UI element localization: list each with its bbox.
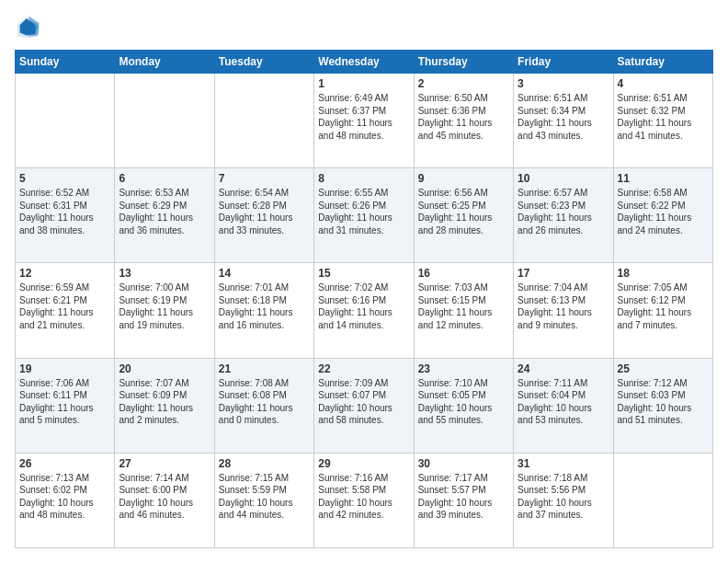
cell-info: Sunrise: 7:16 AM Sunset: 5:58 PM Dayligh…: [318, 472, 409, 522]
day-number: 30: [418, 457, 509, 470]
calendar-cell: 2Sunrise: 6:50 AM Sunset: 6:36 PM Daylig…: [414, 74, 513, 168]
calendar-cell: 20Sunrise: 7:07 AM Sunset: 6:09 PM Dayli…: [115, 358, 214, 453]
calendar-cell: 30Sunrise: 7:17 AM Sunset: 5:57 PM Dayli…: [414, 453, 513, 547]
day-number: 23: [418, 362, 509, 375]
calendar-cell: 7Sunrise: 6:54 AM Sunset: 6:28 PM Daylig…: [214, 168, 313, 263]
day-number: 26: [19, 457, 110, 470]
logo: [15, 15, 44, 40]
calendar-row-4: 26Sunrise: 7:13 AM Sunset: 6:02 PM Dayli…: [16, 453, 713, 547]
cell-info: Sunrise: 6:56 AM Sunset: 6:25 PM Dayligh…: [418, 187, 509, 236]
calendar-row-2: 12Sunrise: 6:59 AM Sunset: 6:21 PM Dayli…: [16, 263, 713, 358]
calendar-cell: 9Sunrise: 6:56 AM Sunset: 6:25 PM Daylig…: [414, 168, 513, 263]
day-number: 10: [518, 172, 609, 185]
calendar-cell: 29Sunrise: 7:16 AM Sunset: 5:58 PM Dayli…: [314, 453, 414, 547]
cell-info: Sunrise: 6:51 AM Sunset: 6:32 PM Dayligh…: [618, 92, 709, 142]
header-saturday: Saturday: [613, 51, 712, 74]
calendar-cell: [16, 74, 115, 168]
calendar-cell: 8Sunrise: 6:55 AM Sunset: 6:26 PM Daylig…: [314, 168, 414, 263]
cell-info: Sunrise: 7:08 AM Sunset: 6:08 PM Dayligh…: [219, 377, 310, 427]
calendar-header-row: SundayMondayTuesdayWednesdayThursdayFrid…: [16, 51, 713, 74]
header-wednesday: Wednesday: [314, 51, 414, 74]
day-number: 19: [19, 362, 110, 375]
day-number: 9: [418, 172, 509, 185]
calendar-row-0: 1Sunrise: 6:49 AM Sunset: 6:37 PM Daylig…: [16, 74, 713, 168]
calendar-cell: 12Sunrise: 6:59 AM Sunset: 6:21 PM Dayli…: [16, 263, 115, 358]
logo-icon: [15, 15, 40, 40]
day-number: 25: [618, 362, 709, 375]
cell-info: Sunrise: 7:12 AM Sunset: 6:03 PM Dayligh…: [618, 377, 709, 427]
calendar-cell: [613, 453, 712, 547]
day-number: 6: [119, 172, 210, 185]
cell-info: Sunrise: 6:50 AM Sunset: 6:36 PM Dayligh…: [418, 92, 509, 142]
header-monday: Monday: [115, 51, 214, 74]
cell-info: Sunrise: 7:04 AM Sunset: 6:13 PM Dayligh…: [518, 282, 609, 331]
cell-info: Sunrise: 7:02 AM Sunset: 6:16 PM Dayligh…: [318, 282, 409, 331]
calendar-cell: 31Sunrise: 7:18 AM Sunset: 5:56 PM Dayli…: [514, 453, 613, 547]
cell-info: Sunrise: 7:06 AM Sunset: 6:11 PM Dayligh…: [19, 377, 110, 427]
calendar-cell: [115, 74, 214, 168]
day-number: 7: [219, 172, 310, 185]
calendar-cell: 13Sunrise: 7:00 AM Sunset: 6:19 PM Dayli…: [115, 263, 214, 358]
header-sunday: Sunday: [16, 51, 115, 74]
calendar-cell: 15Sunrise: 7:02 AM Sunset: 6:16 PM Dayli…: [314, 263, 414, 358]
day-number: 1: [318, 77, 409, 90]
calendar-cell: 26Sunrise: 7:13 AM Sunset: 6:02 PM Dayli…: [16, 453, 115, 547]
day-number: 31: [518, 457, 609, 470]
calendar-cell: 14Sunrise: 7:01 AM Sunset: 6:18 PM Dayli…: [214, 263, 313, 358]
cell-info: Sunrise: 6:55 AM Sunset: 6:26 PM Dayligh…: [318, 187, 409, 236]
cell-info: Sunrise: 7:01 AM Sunset: 6:18 PM Dayligh…: [219, 282, 310, 331]
day-number: 29: [318, 457, 409, 470]
cell-info: Sunrise: 7:09 AM Sunset: 6:07 PM Dayligh…: [318, 377, 409, 427]
calendar-cell: 19Sunrise: 7:06 AM Sunset: 6:11 PM Dayli…: [16, 358, 115, 453]
cell-info: Sunrise: 7:10 AM Sunset: 6:05 PM Dayligh…: [418, 377, 509, 427]
cell-info: Sunrise: 6:59 AM Sunset: 6:21 PM Dayligh…: [19, 282, 110, 331]
cell-info: Sunrise: 7:05 AM Sunset: 6:12 PM Dayligh…: [618, 282, 709, 331]
calendar-cell: [214, 74, 313, 168]
day-number: 11: [618, 172, 709, 185]
day-number: 14: [219, 267, 310, 280]
calendar-cell: 3Sunrise: 6:51 AM Sunset: 6:34 PM Daylig…: [514, 74, 613, 168]
calendar-cell: 22Sunrise: 7:09 AM Sunset: 6:07 PM Dayli…: [314, 358, 414, 453]
day-number: 2: [418, 77, 509, 90]
header-tuesday: Tuesday: [214, 51, 313, 74]
day-number: 17: [518, 267, 609, 280]
calendar-cell: 18Sunrise: 7:05 AM Sunset: 6:12 PM Dayli…: [613, 263, 712, 358]
calendar-cell: 5Sunrise: 6:52 AM Sunset: 6:31 PM Daylig…: [16, 168, 115, 263]
cell-info: Sunrise: 7:15 AM Sunset: 5:59 PM Dayligh…: [219, 472, 310, 522]
cell-info: Sunrise: 7:18 AM Sunset: 5:56 PM Dayligh…: [518, 472, 609, 522]
day-number: 27: [119, 457, 210, 470]
calendar-row-3: 19Sunrise: 7:06 AM Sunset: 6:11 PM Dayli…: [16, 358, 713, 453]
cell-info: Sunrise: 6:57 AM Sunset: 6:23 PM Dayligh…: [518, 187, 609, 236]
day-number: 22: [318, 362, 409, 375]
day-number: 24: [518, 362, 609, 375]
cell-info: Sunrise: 7:14 AM Sunset: 6:00 PM Dayligh…: [119, 472, 210, 522]
cell-info: Sunrise: 6:52 AM Sunset: 6:31 PM Dayligh…: [19, 187, 110, 236]
cell-info: Sunrise: 7:17 AM Sunset: 5:57 PM Dayligh…: [418, 472, 509, 522]
cell-info: Sunrise: 6:54 AM Sunset: 6:28 PM Dayligh…: [219, 187, 310, 236]
calendar-cell: 28Sunrise: 7:15 AM Sunset: 5:59 PM Dayli…: [214, 453, 313, 547]
day-number: 16: [418, 267, 509, 280]
page-header: [15, 15, 713, 40]
calendar-cell: 6Sunrise: 6:53 AM Sunset: 6:29 PM Daylig…: [115, 168, 214, 263]
calendar-cell: 10Sunrise: 6:57 AM Sunset: 6:23 PM Dayli…: [514, 168, 613, 263]
cell-info: Sunrise: 7:03 AM Sunset: 6:15 PM Dayligh…: [418, 282, 509, 331]
cell-info: Sunrise: 6:53 AM Sunset: 6:29 PM Dayligh…: [119, 187, 210, 236]
day-number: 4: [618, 77, 709, 90]
calendar-cell: 17Sunrise: 7:04 AM Sunset: 6:13 PM Dayli…: [514, 263, 613, 358]
cell-info: Sunrise: 7:00 AM Sunset: 6:19 PM Dayligh…: [119, 282, 210, 331]
cell-info: Sunrise: 7:07 AM Sunset: 6:09 PM Dayligh…: [119, 377, 210, 427]
calendar-row-1: 5Sunrise: 6:52 AM Sunset: 6:31 PM Daylig…: [16, 168, 713, 263]
calendar-cell: 27Sunrise: 7:14 AM Sunset: 6:00 PM Dayli…: [115, 453, 214, 547]
cell-info: Sunrise: 7:13 AM Sunset: 6:02 PM Dayligh…: [19, 472, 110, 522]
day-number: 21: [219, 362, 310, 375]
calendar-cell: 25Sunrise: 7:12 AM Sunset: 6:03 PM Dayli…: [613, 358, 712, 453]
calendar-cell: 16Sunrise: 7:03 AM Sunset: 6:15 PM Dayli…: [414, 263, 513, 358]
day-number: 3: [518, 77, 609, 90]
cell-info: Sunrise: 6:49 AM Sunset: 6:37 PM Dayligh…: [318, 92, 409, 142]
day-number: 5: [19, 172, 110, 185]
day-number: 12: [19, 267, 110, 280]
calendar-cell: 11Sunrise: 6:58 AM Sunset: 6:22 PM Dayli…: [613, 168, 712, 263]
calendar-cell: 4Sunrise: 6:51 AM Sunset: 6:32 PM Daylig…: [613, 74, 712, 168]
day-number: 28: [219, 457, 310, 470]
cell-info: Sunrise: 6:58 AM Sunset: 6:22 PM Dayligh…: [618, 187, 709, 236]
